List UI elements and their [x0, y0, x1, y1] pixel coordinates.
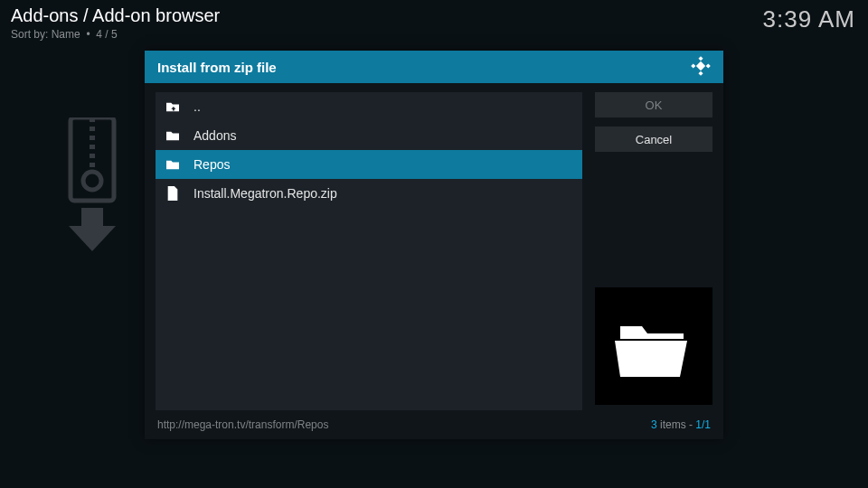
folder-up-icon	[165, 100, 181, 113]
file-list[interactable]: .. Addons Repos Install.Megatron.Repo.zi…	[156, 92, 582, 410]
dialog-titlebar: Install from zip file	[145, 51, 723, 83]
item-count: 3 items - 1/1	[651, 418, 711, 431]
count-number: 3	[651, 418, 657, 431]
list-item[interactable]: Addons	[156, 121, 582, 150]
folder-open-icon	[615, 314, 693, 379]
sort-pos: 4 / 5	[96, 28, 117, 41]
file-icon	[165, 186, 181, 201]
list-item[interactable]: Repos	[156, 150, 582, 179]
dialog-footer: http://mega-tron.tv/transform/Repos 3 it…	[145, 410, 723, 439]
list-item[interactable]: Install.Megatron.Repo.zip	[156, 179, 582, 208]
clock: 3:39 AM	[763, 5, 855, 33]
svg-rect-7	[696, 61, 705, 70]
sort-label: Sort by:	[11, 28, 48, 41]
sort-sep: •	[86, 28, 90, 41]
install-from-zip-dialog: Install from zip file .. Addons	[145, 51, 723, 439]
dialog-side-pane: OK Cancel	[595, 92, 712, 410]
kodi-logo-icon	[691, 56, 711, 79]
svg-rect-6	[706, 63, 711, 68]
sort-value: Name	[52, 28, 80, 41]
folder-icon	[165, 129, 181, 142]
zip-download-icon	[63, 117, 145, 226]
current-path: http://mega-tron.tv/transform/Repos	[157, 418, 328, 431]
preview-box	[595, 287, 712, 405]
svg-rect-3	[698, 56, 703, 61]
sort-line: Sort by: Name • 4 / 5	[11, 28, 220, 41]
page-indicator: 1/1	[695, 418, 711, 431]
list-item-label: ..	[193, 99, 201, 114]
svg-point-1	[83, 172, 101, 190]
svg-rect-4	[698, 70, 703, 75]
list-item-label: Repos	[193, 157, 230, 172]
list-item[interactable]: ..	[156, 92, 582, 121]
svg-rect-5	[691, 63, 695, 68]
page-header: Add-ons / Add-on browser Sort by: Name •…	[11, 5, 220, 41]
folder-icon	[165, 158, 181, 171]
dialog-title: Install from zip file	[157, 60, 277, 75]
cancel-button[interactable]: Cancel	[595, 127, 712, 152]
breadcrumb: Add-ons / Add-on browser	[11, 5, 220, 26]
list-item-label: Addons	[193, 128, 236, 143]
list-item-label: Install.Megatron.Repo.zip	[193, 186, 337, 201]
dialog-body: .. Addons Repos Install.Megatron.Repo.zi…	[145, 83, 723, 410]
ok-button[interactable]: OK	[595, 92, 712, 117]
count-label: items -	[657, 418, 696, 431]
